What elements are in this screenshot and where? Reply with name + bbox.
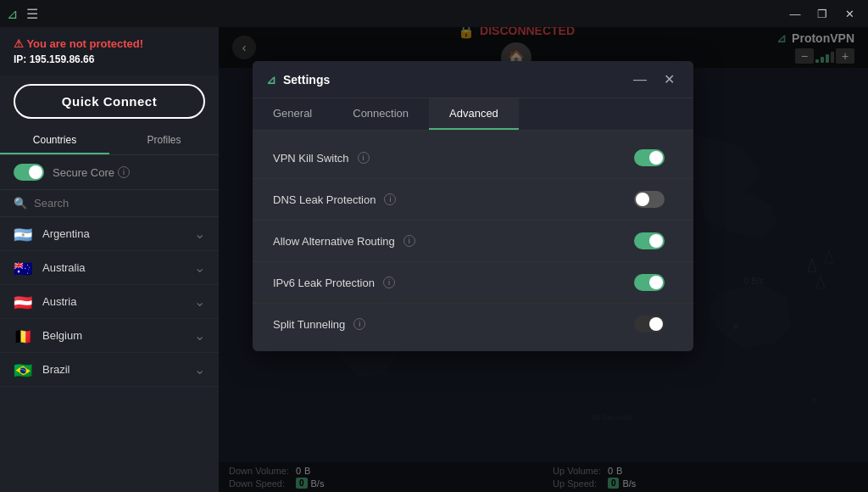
settings-dialog: ⊿ Settings — ✕ General Connection Advanc… (253, 61, 693, 351)
minimize-button[interactable]: — (783, 4, 807, 23)
tab-countries[interactable]: Countries (0, 127, 109, 154)
settings-minimize-button[interactable]: — (628, 70, 652, 89)
search-input[interactable] (34, 197, 205, 210)
chevron-down-icon: ⌄ (194, 327, 205, 344)
secure-core-label: Secure Core (53, 166, 114, 179)
dns-leak-toggle[interactable] (634, 191, 665, 208)
flag-argentina: 🇦🇷 (14, 227, 32, 241)
dns-leak-info-icon[interactable]: i (384, 193, 396, 205)
sidebar: ⚠ You are not protected! IP: 195.159.86.… (0, 27, 219, 492)
chevron-down-icon: ⌄ (194, 260, 205, 276)
search-row: 🔍 (0, 190, 219, 217)
dns-leak-label: DNS Leak Protection i (273, 193, 396, 206)
settings-row-alt-routing: Allow Alternative Routing i (253, 221, 693, 262)
list-item[interactable]: 🇧🇷 Brazil ⌄ (0, 353, 219, 387)
secure-core-row: Secure Core i (0, 155, 219, 190)
settings-row-ipv6-leak: IPv6 Leak Protection i (253, 262, 693, 304)
settings-close-button[interactable]: ✕ (659, 70, 680, 89)
title-bar-left: ⊿ ☰ (7, 6, 38, 22)
split-tunneling-label: Split Tunneling i (273, 318, 365, 331)
list-item[interactable]: 🇦🇹 Austria ⌄ (0, 285, 219, 319)
sidebar-tabs: Countries Profiles (0, 127, 219, 155)
split-tunneling-toggle[interactable] (634, 316, 665, 333)
settings-title-controls: — ✕ (628, 70, 680, 89)
ipv6-leak-toggle[interactable] (634, 274, 665, 291)
country-name-argentina: Argentina (42, 227, 90, 240)
kill-switch-label: VPN Kill Switch i (273, 152, 370, 165)
hamburger-icon[interactable]: ☰ (26, 6, 38, 22)
country-name-belgium: Belgium (42, 329, 82, 342)
alt-routing-label: Allow Alternative Routing i (273, 235, 415, 248)
list-item[interactable]: 🇦🇺 Australia ⌄ (0, 251, 219, 285)
flag-belgium: 🇧🇪 (14, 329, 32, 343)
list-item[interactable]: 🇦🇷 Argentina ⌄ (0, 217, 219, 251)
maximize-button[interactable]: ❐ (810, 4, 834, 23)
settings-content: VPN Kill Switch i DNS Leak Protection i (253, 131, 693, 351)
ipv6-leak-label: IPv6 Leak Protection i (273, 277, 395, 289)
list-item[interactable]: 🇧🇪 Belgium ⌄ (0, 319, 219, 353)
settings-row-kill-switch: VPN Kill Switch i (253, 137, 693, 179)
alt-routing-toggle[interactable] (634, 232, 665, 249)
settings-row-dns-leak: DNS Leak Protection i (253, 179, 693, 221)
kill-switch-info-icon[interactable]: i (358, 152, 370, 164)
country-name-austria: Austria (42, 295, 76, 308)
warning-text: ⚠ You are not protected! (14, 37, 205, 50)
sidebar-header: ⚠ You are not protected! IP: 195.159.86.… (0, 27, 219, 75)
settings-proton-icon: ⊿ (266, 73, 276, 87)
search-icon: 🔍 (14, 197, 27, 210)
chevron-down-icon: ⌄ (194, 226, 205, 242)
split-tunneling-info-icon[interactable]: i (353, 318, 365, 330)
country-name-australia: Australia (42, 261, 86, 274)
ipv6-leak-info-icon[interactable]: i (383, 277, 395, 288)
settings-title-left: ⊿ Settings (266, 73, 330, 87)
tab-general[interactable]: General (253, 98, 332, 130)
settings-title-bar: ⊿ Settings — ✕ (253, 61, 693, 98)
main-container: ⚠ You are not protected! IP: 195.159.86.… (0, 27, 868, 492)
flag-australia: 🇦🇺 (14, 261, 32, 275)
flag-austria: 🇦🇹 (14, 295, 32, 309)
settings-row-split-tunneling: Split Tunneling i (253, 304, 693, 344)
tab-advanced[interactable]: Advanced (429, 98, 519, 130)
flag-brazil: 🇧🇷 (14, 363, 32, 377)
ip-value: 195.159.86.66 (30, 53, 95, 65)
settings-tabs: General Connection Advanced (253, 98, 693, 131)
tab-profiles[interactable]: Profiles (109, 127, 219, 154)
app-logo-icon: ⊿ (7, 6, 18, 22)
secure-core-toggle[interactable] (14, 164, 44, 181)
chevron-down-icon: ⌄ (194, 294, 205, 310)
close-button[interactable]: ✕ (837, 4, 861, 23)
title-bar: ⊿ ☰ — ❐ ✕ (0, 0, 868, 27)
secure-core-info-icon[interactable]: i (118, 166, 130, 178)
right-panel: ‹ 🔒 DISCONNECTED 🏠 ⊿ ProtonVPN − (219, 27, 868, 492)
tab-connection[interactable]: Connection (332, 98, 429, 130)
alt-routing-info-icon[interactable]: i (403, 235, 415, 247)
title-bar-controls: — ❐ ✕ (783, 4, 861, 23)
kill-switch-toggle[interactable] (634, 149, 665, 166)
chevron-down-icon: ⌄ (194, 361, 205, 377)
settings-title: Settings (283, 73, 330, 87)
quick-connect-button[interactable]: Quick Connect (14, 84, 205, 119)
country-list: 🇦🇷 Argentina ⌄ 🇦🇺 Australia ⌄ 🇦🇹 Austria… (0, 217, 219, 492)
ip-display: IP: 195.159.86.66 (14, 53, 205, 65)
country-name-brazil: Brazil (42, 363, 70, 376)
